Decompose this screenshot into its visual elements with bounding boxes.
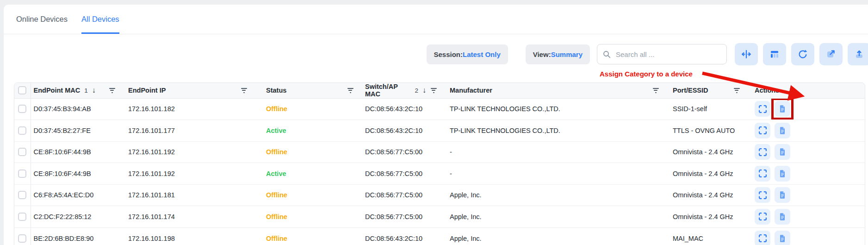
row-checkbox[interactable] xyxy=(18,148,26,156)
sort-desc-icon[interactable]: ↓ xyxy=(422,87,426,94)
search-icon xyxy=(603,50,611,58)
table-row: C2:DC:F2:22:85:12 172.16.101.174 Offline… xyxy=(14,206,865,228)
toolbar-icon-buttons xyxy=(735,43,868,65)
column-header-port-essid[interactable]: Port/ESSID xyxy=(673,87,708,94)
assign-category-button[interactable] xyxy=(775,187,790,203)
tab-online-devices[interactable]: Online Devices xyxy=(16,5,68,34)
row-checkbox[interactable] xyxy=(18,234,26,243)
status-badge: Offline xyxy=(266,105,287,113)
status-badge: Offline xyxy=(266,148,287,156)
manufacturer-value: Apple, Inc. xyxy=(446,184,668,206)
assign-category-button[interactable] xyxy=(775,231,790,245)
switch-ap-mac-value: DC:08:56:77:C5:00 xyxy=(363,184,446,206)
assign-category-button[interactable] xyxy=(775,144,790,160)
filter-icon[interactable] xyxy=(430,88,437,93)
document-icon xyxy=(779,127,786,134)
switch-ap-mac-value: DC:08:56:43:2C:10 xyxy=(363,98,446,120)
port-essid-value: Omnivista - 2.4 GHz xyxy=(668,163,749,185)
column-header-status[interactable]: Status xyxy=(266,87,286,94)
switch-ap-mac-value: DC:08:56:77:C5:00 xyxy=(363,141,446,163)
fullscreen-icon xyxy=(758,126,767,135)
view-label: View: xyxy=(533,50,551,58)
expand-details-button[interactable] xyxy=(755,166,770,182)
document-icon xyxy=(779,170,786,177)
tab-all-devices[interactable]: All Devices xyxy=(81,5,119,34)
table-row: D0:37:45:B3:94:AB 172.16.101.182 Offline… xyxy=(14,98,865,120)
expand-details-button[interactable] xyxy=(755,209,770,225)
manufacturer-value: - xyxy=(446,163,668,185)
search-box[interactable] xyxy=(597,44,727,64)
expand-details-button[interactable] xyxy=(755,101,770,117)
column-header-endpoint-ip[interactable]: EndPoint IP xyxy=(128,87,166,94)
session-filter-button[interactable]: Session:Latest Only xyxy=(427,44,508,64)
device-table-body: D0:37:45:B3:94:AB 172.16.101.182 Offline… xyxy=(14,98,865,245)
expand-details-button[interactable] xyxy=(755,187,770,203)
status-badge: Offline xyxy=(266,213,287,220)
table-header-row: EndPoint MAC 1 ↓ EndPoint IP xyxy=(14,83,865,98)
manufacturer-value: TP-LINK TECHNOLOGIES CO.,LTD. xyxy=(446,98,668,120)
status-badge: Offline xyxy=(266,235,287,242)
filter-icon[interactable] xyxy=(652,88,659,93)
assign-category-button[interactable] xyxy=(775,101,790,117)
export-upload-button[interactable] xyxy=(848,43,868,65)
sort-desc-icon[interactable]: ↓ xyxy=(92,87,96,94)
filter-icon[interactable] xyxy=(733,88,740,93)
endpoint-ip-value: 172.16.101.181 xyxy=(124,184,256,206)
toolbar: Session:Latest Only View:Summary xyxy=(427,43,868,65)
split-columns-button[interactable] xyxy=(735,43,758,65)
assign-category-button[interactable] xyxy=(775,209,790,225)
open-in-new-button[interactable] xyxy=(819,43,843,65)
sort-order-badge: 2 xyxy=(415,87,418,94)
select-all-checkbox[interactable] xyxy=(18,86,26,94)
filter-icon[interactable] xyxy=(241,88,247,93)
port-essid-value: Omnivista - 2.4 GHz xyxy=(668,206,749,228)
document-icon xyxy=(779,191,786,199)
tab-bar: Online Devices All Devices xyxy=(4,5,868,34)
table-columns-button[interactable] xyxy=(763,43,786,65)
endpoint-mac-value: D0:37:45:B2:27:FE xyxy=(31,120,124,142)
document-icon xyxy=(779,213,786,220)
row-checkbox[interactable] xyxy=(18,170,26,178)
endpoint-ip-value: 172.16.101.174 xyxy=(124,206,256,228)
filter-icon[interactable] xyxy=(347,88,353,93)
fullscreen-icon xyxy=(758,169,767,178)
refresh-button[interactable] xyxy=(791,43,814,65)
table-row: CE:8F:10:6F:44:9B 172.16.101.192 Offline… xyxy=(14,141,865,163)
fullscreen-icon xyxy=(758,105,767,113)
endpoint-ip-value: 172.16.101.198 xyxy=(124,227,256,245)
open-in-new-icon xyxy=(826,49,836,59)
column-header-actions: Actions xyxy=(755,87,779,94)
fullscreen-icon xyxy=(758,191,767,200)
switch-ap-mac-value: DC:08:56:77:C5:00 xyxy=(363,206,446,228)
row-checkbox[interactable] xyxy=(18,126,26,135)
expand-details-button[interactable] xyxy=(755,123,770,138)
table-row: BE:2D:6B:BD:E8:90 172.16.101.198 Offline… xyxy=(14,227,865,245)
session-label: Session: xyxy=(434,50,463,58)
assign-category-button[interactable] xyxy=(775,166,790,182)
manufacturer-value: - xyxy=(446,141,668,163)
expand-details-button[interactable] xyxy=(755,231,770,245)
table-columns-icon xyxy=(769,49,780,59)
assign-category-button[interactable] xyxy=(775,123,790,138)
session-value: Latest Only xyxy=(463,50,501,58)
table-row: D0:37:45:B2:27:FE 172.16.101.177 Active … xyxy=(14,120,865,142)
row-checkbox[interactable] xyxy=(18,213,26,221)
port-essid-value: TTLS - OVNG AUTO xyxy=(668,120,749,142)
view-filter-button[interactable]: View:Summary xyxy=(526,44,590,64)
switch-ap-mac-value: DC:08:56:43:2C:10 xyxy=(363,120,446,142)
column-header-manufacturer[interactable]: Manufacturer xyxy=(450,87,492,94)
endpoint-ip-value: 172.16.101.177 xyxy=(124,120,256,142)
row-checkbox[interactable] xyxy=(18,191,26,199)
row-checkbox[interactable] xyxy=(18,105,26,113)
document-icon xyxy=(779,235,786,242)
expand-details-button[interactable] xyxy=(755,144,770,160)
port-essid-value: Omnivista - 2.4 GHz xyxy=(668,141,749,163)
search-input[interactable] xyxy=(615,50,721,59)
fullscreen-icon xyxy=(758,234,767,243)
column-header-switch-ap-mac[interactable]: Switch/AP MAC xyxy=(365,83,410,98)
column-header-endpoint-mac[interactable]: EndPoint MAC xyxy=(34,87,81,94)
endpoint-ip-value: 172.16.101.182 xyxy=(124,98,256,120)
port-essid-value: MAI_MAC xyxy=(668,227,749,245)
endpoint-mac-value: CE:8F:10:6F:44:9B xyxy=(31,163,124,185)
filter-icon[interactable] xyxy=(109,88,115,93)
